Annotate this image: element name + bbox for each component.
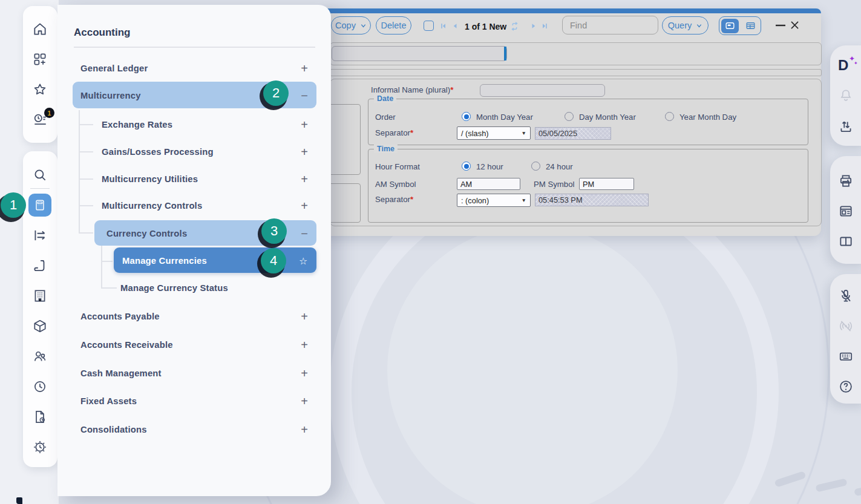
menu-item-multicurrency-utilities[interactable]: Multicurrency Utilities	[102, 174, 198, 184]
form-view-icon	[724, 20, 736, 31]
help-icon[interactable]	[838, 379, 854, 394]
step-badge-1: 1	[1, 192, 26, 218]
next-record-icon[interactable]	[530, 22, 537, 30]
expand-multicurrency-controls[interactable]: +	[298, 199, 311, 213]
formal-name-input[interactable]	[332, 46, 507, 61]
print-icon[interactable]	[838, 173, 854, 189]
close-button[interactable]	[789, 19, 800, 31]
manage-currencies-window: Copy Delete 1 of 1 New Find Query	[321, 8, 821, 236]
radio-12-hour[interactable]	[462, 162, 471, 171]
mic-off-icon[interactable]	[838, 288, 854, 304]
dropdown-arrow-icon: ▼	[522, 130, 526, 136]
expand-gains-losses[interactable]: +	[298, 145, 311, 159]
radio-year-month-day[interactable]	[665, 112, 674, 121]
minimize-button[interactable]	[775, 24, 786, 27]
accounting-nav-button[interactable]	[28, 194, 51, 217]
tree-line	[79, 178, 93, 180]
expand-cash-management[interactable]: +	[298, 367, 311, 381]
first-record-icon[interactable]	[440, 22, 447, 30]
tree-line	[101, 246, 102, 287]
radio-24-hour[interactable]	[531, 162, 540, 171]
flyout-title: Accounting	[74, 27, 131, 39]
time-icon[interactable]	[32, 379, 48, 394]
dropdown-arrow-icon: ▼	[522, 197, 526, 203]
settings-icon[interactable]	[32, 439, 48, 455]
previous-record-icon[interactable]	[451, 22, 459, 30]
menu-item-currency-controls[interactable]: Currency Controls	[106, 229, 187, 238]
menu-item-consolidations[interactable]: Consolidations	[80, 425, 147, 434]
notifications-icon[interactable]	[838, 88, 854, 103]
people-icon[interactable]	[32, 349, 48, 364]
radio-year-month-day-label: Year Month Day	[679, 113, 736, 122]
copy-button-label: Copy	[335, 21, 356, 30]
menu-item-multicurrency[interactable]: Multicurrency	[80, 91, 141, 100]
radio-month-day-year[interactable]	[462, 112, 471, 121]
form-view-button[interactable]	[719, 17, 740, 34]
split-view-icon[interactable]	[838, 234, 854, 249]
expand-accounts-payable[interactable]: +	[298, 310, 311, 324]
favorites-icon[interactable]	[32, 82, 48, 97]
select-checkbox[interactable]	[424, 21, 434, 31]
date-separator-label: Separator*	[375, 128, 413, 137]
radio-day-month-year-label: Day Month Year	[579, 113, 636, 122]
assistant-logo[interactable]: D ✦ ✦	[838, 57, 856, 75]
time-separator-dropdown[interactable]: : (colon)▼	[457, 194, 531, 207]
expand-general-ledger[interactable]: +	[298, 62, 311, 76]
import-export-icon[interactable]	[838, 119, 854, 134]
collapse-currency-controls[interactable]: −	[298, 227, 311, 241]
find-placeholder: Find	[570, 21, 587, 30]
tree-line	[101, 261, 113, 262]
copy-button[interactable]: Copy	[331, 16, 371, 34]
menu-item-manage-currencies[interactable]: Manage Currencies	[122, 256, 207, 266]
chevron-down-icon	[360, 22, 367, 29]
am-symbol-input[interactable]: AM	[457, 178, 520, 190]
last-record-icon[interactable]	[541, 22, 548, 30]
time-group-legend: Time	[374, 145, 398, 153]
menu-item-manage-currency-status[interactable]: Manage Currency Status	[120, 283, 228, 293]
delete-button[interactable]: Delete	[376, 16, 411, 34]
tree-line	[79, 124, 93, 125]
pm-symbol-input[interactable]: PM	[579, 178, 634, 190]
form-designer-icon[interactable]	[838, 203, 854, 219]
menu-item-general-ledger[interactable]: General Ledger	[80, 64, 148, 73]
find-input[interactable]: Find	[562, 16, 658, 34]
expand-multicurrency-utilities[interactable]: +	[298, 172, 311, 186]
radio-day-month-year[interactable]	[565, 112, 574, 121]
menu-item-fixed-assets[interactable]: Fixed Assets	[80, 396, 137, 406]
company-icon[interactable]	[32, 288, 48, 304]
expand-exchange-rates[interactable]: +	[298, 118, 311, 132]
query-button-label: Query	[668, 21, 692, 30]
home-icon[interactable]	[32, 21, 48, 37]
document-history-icon[interactable]	[32, 409, 48, 425]
menu-item-multicurrency-controls[interactable]: Multicurrency Controls	[102, 201, 202, 211]
menu-item-exchange-rates[interactable]: Exchange Rates	[102, 120, 172, 129]
menu-item-accounts-receivable[interactable]: Accounts Receivable	[80, 340, 173, 350]
order-label: Order	[375, 113, 396, 122]
date-group-legend: Date	[374, 94, 396, 103]
signature-icon[interactable]	[32, 258, 48, 273]
collapse-multicurrency[interactable]: −	[298, 89, 311, 103]
search-icon[interactable]	[32, 167, 48, 183]
radio-12-hour-label: 12 hour	[476, 162, 503, 171]
expand-consolidations[interactable]: +	[298, 423, 311, 437]
menu-item-accounts-payable[interactable]: Accounts Payable	[80, 312, 160, 321]
workflow-icon[interactable]	[32, 227, 48, 243]
table-view-button[interactable]	[740, 17, 761, 34]
informal-name-input[interactable]	[480, 84, 605, 97]
query-button[interactable]: Query	[662, 16, 709, 34]
expand-accounts-receivable[interactable]: +	[298, 338, 311, 352]
inventory-icon[interactable]	[32, 318, 48, 334]
date-separator-dropdown[interactable]: / (slash)▼	[457, 126, 531, 140]
keyboard-icon[interactable]	[838, 349, 854, 364]
calculator-icon	[33, 198, 47, 212]
expand-fixed-assets[interactable]: +	[298, 394, 311, 408]
favorite-star-icon[interactable]: ☆	[299, 255, 307, 267]
menu-item-gains-losses[interactable]: Gains/Losses Processing	[102, 147, 214, 157]
apps-add-icon[interactable]	[32, 51, 48, 67]
menu-item-cash-management[interactable]: Cash Management	[80, 368, 162, 378]
wireless-off-icon[interactable]	[838, 318, 854, 334]
refresh-icon[interactable]	[509, 21, 520, 32]
app-root: Copy Delete 1 of 1 New Find Query	[0, 0, 861, 504]
date-separator-value: / (slash)	[461, 129, 489, 138]
time-separator-value: : (colon)	[461, 196, 489, 205]
